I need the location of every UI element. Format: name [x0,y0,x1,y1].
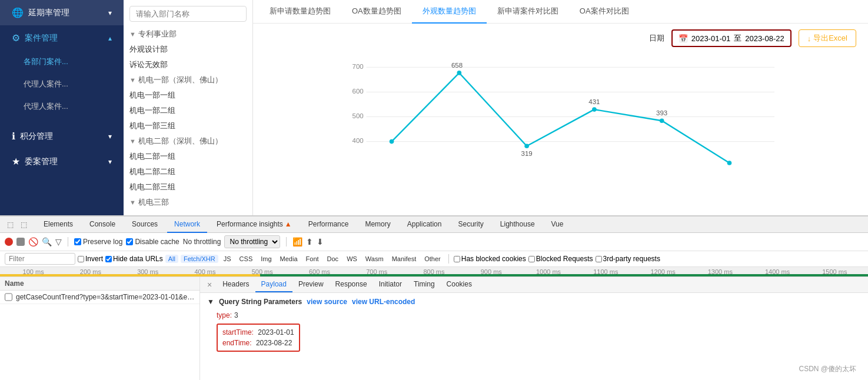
filter-type-js[interactable]: JS [221,255,234,263]
devtools-tab-lighthouse[interactable]: Lighthouse [493,216,542,233]
filter-type-img[interactable]: Img [258,255,274,263]
tree-node-1[interactable]: 外观设计部 [129,42,247,57]
filter-type-media[interactable]: Media [277,255,301,263]
devtools-ctrl-btn-1[interactable]: ⬚ [5,219,16,230]
hide-data-urls-checkbox[interactable]: Hide data URLs [105,255,163,263]
has-blocked-cookies-checkbox[interactable]: Has blocked cookies [454,255,526,263]
sidebar-sub-item-gebumen[interactable]: 各部门案件... [0,51,124,73]
devtools-tab-sources[interactable]: Sources [125,216,165,233]
sidebar-sub-item-dailiren1[interactable]: 代理人案件... [0,73,124,95]
svg-text:700: 700 [352,63,364,70]
filter-type-doc[interactable]: Doc [324,255,342,263]
invert-checkbox[interactable]: Invert [78,255,103,263]
sidebar-sub-label-dailiren1: 代理人案件... [24,79,68,88]
sidebar-label-yanqilv: 延期率管理 [28,8,69,18]
main-content: 🌐 延期率管理 ▾ ⚙ 案件管理 ▴ 各部门案件... 代理人案件... 代理人… [0,0,868,215]
devtools-tab-console[interactable]: Console [82,216,122,233]
filter-type-css[interactable]: CSS [237,255,256,263]
sidebar-item-anjian[interactable]: ⚙ 案件管理 ▴ [0,25,124,51]
filter-type-fetchxhr[interactable]: Fetch/XHR [181,255,218,263]
tree-node-7[interactable]: ▼机电二部（深圳、佛山） [129,134,247,149]
sidebar-label-weian: 委案管理 [25,156,58,167]
details-tabs: × Headers Payload Preview Response Initi… [200,277,868,293]
devtools-controls: ⬚ ⬚ [5,219,29,230]
filter-button[interactable]: ▽ [55,237,62,246]
tree-node-2[interactable]: 诉讼无效部 [129,57,247,72]
filter-type-wasm[interactable]: Wasm [363,255,387,263]
details-tab-response[interactable]: Response [330,277,373,292]
row-name-0: getCaseCountTrend?type=3&startTime=2023-… [16,293,195,301]
svg-text:500: 500 [352,112,364,119]
devtools-tab-security[interactable]: Security [451,216,490,233]
blocked-requests-checkbox[interactable]: Blocked Requests [528,255,593,263]
date-range-box[interactable]: 📅 2023-01-01 至 2023-08-22 [671,29,791,47]
sidebar-item-yanqilv[interactable]: 🌐 延期率管理 ▾ [0,0,124,25]
filter-type-font[interactable]: Font [303,255,322,263]
tree-node-0[interactable]: ▼专利事业部 [129,26,247,42]
clear-button[interactable]: 🚫 [28,237,38,246]
tab-xinshenqing[interactable]: 新申请数量趋势图 [259,0,341,24]
disable-cache-checkbox[interactable]: Disable cache [126,238,179,246]
throttle-select[interactable]: No throttling [224,235,280,248]
filter-type-other[interactable]: Other [421,255,444,263]
tree-node-10[interactable]: 机电二部三组 [129,179,247,195]
expand-icon-7: ▼ [129,138,136,145]
devtools-ctrl-btn-2[interactable]: ⬚ [18,219,29,230]
preserve-log-checkbox[interactable]: Preserve log [74,238,122,246]
devtools-tab-performance[interactable]: Performance [301,216,356,233]
details-close-button[interactable]: × [205,278,214,292]
details-tab-preview[interactable]: Preview [292,277,330,292]
filter-all[interactable]: All [165,255,178,263]
tree-node-6[interactable]: 机电一部三组 [129,118,247,134]
disable-cache-label: Disable cache [135,238,179,246]
tree-node-4[interactable]: 机电一部一组 [129,88,247,103]
devtools-tab-network[interactable]: Network [167,216,207,233]
tab-oa[interactable]: OA数量趋势图 [341,0,412,24]
tab-oa2[interactable]: OA案件对比图 [569,0,640,24]
filter-type-manifest[interactable]: Manifest [389,255,420,263]
stop-button[interactable] [16,238,25,246]
sidebar-sub-label-gebumen: 各部门案件... [24,57,68,66]
upload-icon[interactable]: ⬆ [306,237,313,246]
devtools-tab-vue[interactable]: Vue [544,216,571,233]
devtools-tab-memory[interactable]: Memory [358,216,397,233]
svg-text:393: 393 [656,109,667,116]
tree-node-3[interactable]: ▼机电一部（深圳、佛山） [129,72,247,88]
sidebar-label-anjian: 案件管理 [25,33,58,44]
sidebar-sub-item-dailiren2[interactable]: 代理人案件... [0,95,124,118]
details-tab-cookies[interactable]: Cookies [441,277,478,292]
search-button[interactable]: 🔍 [42,237,52,246]
devtools-tab-performance-insights[interactable]: Performance insights ▲ [209,216,299,233]
svg-point-13 [727,161,732,165]
export-excel-button[interactable]: ↓ 导出Excel [799,29,856,47]
network-list-row-0[interactable]: getCaseCountTrend?type=3&startTime=2023-… [0,291,199,304]
tree-search-input[interactable] [129,6,247,22]
tree-node-8[interactable]: 机电二部一组 [129,149,247,164]
sidebar-item-weian[interactable]: ★ 委案管理 ▾ [0,149,124,174]
filter-type-ws[interactable]: WS [344,255,360,263]
tree-node-5[interactable]: 机电一部二组 [129,103,247,118]
highlight-row-starttime: startTime: 2023-01-01 [222,327,294,338]
details-tab-headers[interactable]: Headers [217,277,255,292]
view-source-link[interactable]: view source [307,298,347,306]
arrow-icon-weian: ▾ [108,158,112,166]
record-button[interactable] [5,238,13,246]
tab-waiguan[interactable]: 外观数量趋势图 [412,0,487,24]
tree-node-9[interactable]: 机电二部二组 [129,164,247,179]
sidebar-item-jifen[interactable]: ℹ 积分管理 ▾ [0,124,124,149]
details-tab-payload[interactable]: Payload [255,277,292,292]
view-url-encoded-link[interactable]: view URL-encoded [352,298,415,306]
chart-tabs: 新申请数量趋势图 OA数量趋势图 外观数量趋势图 新申请案件对比图 OA案件对比… [253,0,868,24]
filter-input[interactable] [5,253,75,265]
details-tab-initiator[interactable]: Initiator [373,277,408,292]
devtools-tab-application[interactable]: Application [400,216,449,233]
details-tab-timing[interactable]: Timing [408,277,441,292]
download-icon[interactable]: ⬇ [317,237,324,246]
third-party-checkbox[interactable]: 3rd-party requests [596,255,660,263]
tree-node-11[interactable]: ▼机电三部 [129,195,247,210]
devtools-tab-elements[interactable]: Elements [36,216,80,233]
tab-xinshenqing2[interactable]: 新申请案件对比图 [487,0,569,24]
row-checkbox-0[interactable] [5,293,12,301]
globe-icon: 🌐 [12,7,24,18]
chart-toolbar: 日期 📅 2023-01-01 至 2023-08-22 ↓ 导出Excel [253,24,868,53]
